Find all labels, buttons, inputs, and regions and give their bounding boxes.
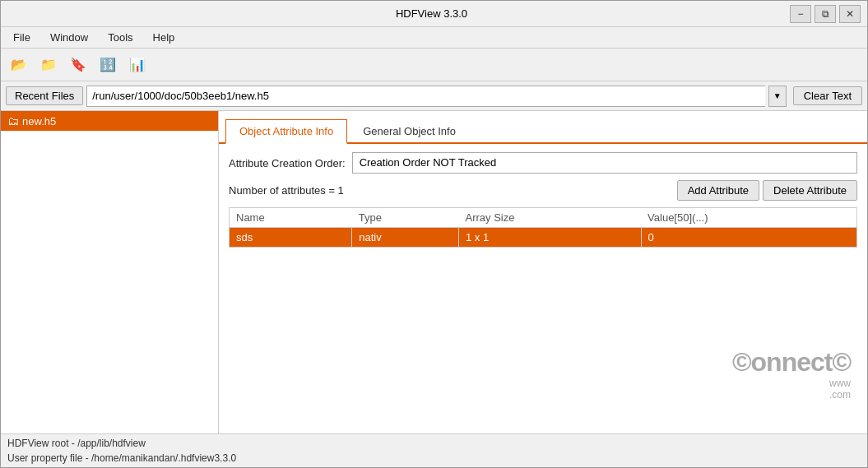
menubar-item-tools[interactable]: Tools <box>99 29 142 46</box>
add-attribute-button[interactable]: Add Attribute <box>677 180 759 201</box>
number-icon[interactable]: 🔢 <box>95 53 121 77</box>
recent-files-button[interactable]: Recent Files <box>6 86 83 105</box>
table-column-header: Value[50](...) <box>641 208 856 228</box>
tab-0[interactable]: Object Attribute Info <box>225 119 347 144</box>
table-cell: 1 x 1 <box>459 228 642 248</box>
sidebar-item-label: new.h5 <box>22 115 56 127</box>
creation-order-label: Attribute Creation Order: <box>229 157 346 169</box>
table-header-row: NameTypeArray SizeValue[50](...) <box>230 208 857 228</box>
right-panel: Object Attribute InfoGeneral Object Info… <box>219 111 867 433</box>
table-column-header: Array Size <box>459 208 642 228</box>
addressbar: Recent Files ▼ Clear Text <box>1 81 867 111</box>
file-icon: 🗂 <box>7 114 19 127</box>
num-attributes-label: Number of attributes = 1 <box>229 184 344 197</box>
menubar-item-window[interactable]: Window <box>41 29 97 46</box>
toolbar: 📂📁🔖🔢📊 <box>1 49 867 81</box>
main-content: 🗂new.h5 Object Attribute InfoGeneral Obj… <box>1 111 867 433</box>
folder-icon[interactable]: 📁 <box>35 53 62 77</box>
sidebar-item[interactable]: 🗂new.h5 <box>1 111 218 131</box>
menubar-item-file[interactable]: File <box>4 29 39 46</box>
table-column-header: Type <box>352 208 459 228</box>
status-line-2: User property file - /home/manikandan/.h… <box>7 451 861 466</box>
table-row[interactable]: sdsnativ1 x 10 <box>230 228 857 248</box>
attribute-table-body: sdsnativ1 x 10 <box>230 228 857 248</box>
clear-text-button[interactable]: Clear Text <box>793 86 862 105</box>
address-dropdown-button[interactable]: ▼ <box>768 86 787 107</box>
creation-order-row: Attribute Creation Order: Creation Order… <box>229 152 857 174</box>
table-icon[interactable]: 📊 <box>124 53 151 77</box>
titlebar: HDFView 3.3.0 − ⧉ ✕ <box>1 1 867 27</box>
table-cell: 0 <box>641 228 856 248</box>
status-line-1: HDFView root - /app/lib/hdfview <box>7 436 861 451</box>
tab-1[interactable]: General Object Info <box>349 119 470 144</box>
open-icon[interactable]: 📂 <box>6 53 32 77</box>
table-cell: nativ <box>352 228 459 248</box>
delete-attribute-button[interactable]: Delete Attribute <box>763 180 857 201</box>
table-column-header: Name <box>230 208 352 228</box>
sidebar: 🗂new.h5 <box>1 111 219 433</box>
statusbar: HDFView root - /app/lib/hdfview User pro… <box>1 433 867 467</box>
menubar-item-help[interactable]: Help <box>144 29 184 46</box>
attribute-table: NameTypeArray SizeValue[50](...) sdsnati… <box>229 207 857 248</box>
minimize-button[interactable]: − <box>790 5 811 23</box>
bookmark-icon[interactable]: 🔖 <box>65 53 91 77</box>
window-title: HDFView 3.3.0 <box>396 7 467 20</box>
menubar: FileWindowToolsHelp <box>1 27 867 49</box>
table-cell: sds <box>230 228 352 248</box>
attributes-control-row: Number of attributes = 1 Add Attribute D… <box>229 180 857 201</box>
address-input[interactable] <box>86 86 764 107</box>
tab-content: Attribute Creation Order: Creation Order… <box>219 144 867 433</box>
restore-button[interactable]: ⧉ <box>815 5 836 23</box>
tab-bar: Object Attribute InfoGeneral Object Info <box>219 111 867 144</box>
creation-order-value: Creation Order NOT Tracked <box>352 152 857 174</box>
window-controls: − ⧉ ✕ <box>790 5 861 23</box>
attribute-action-buttons: Add Attribute Delete Attribute <box>677 180 857 201</box>
close-button[interactable]: ✕ <box>839 5 861 23</box>
